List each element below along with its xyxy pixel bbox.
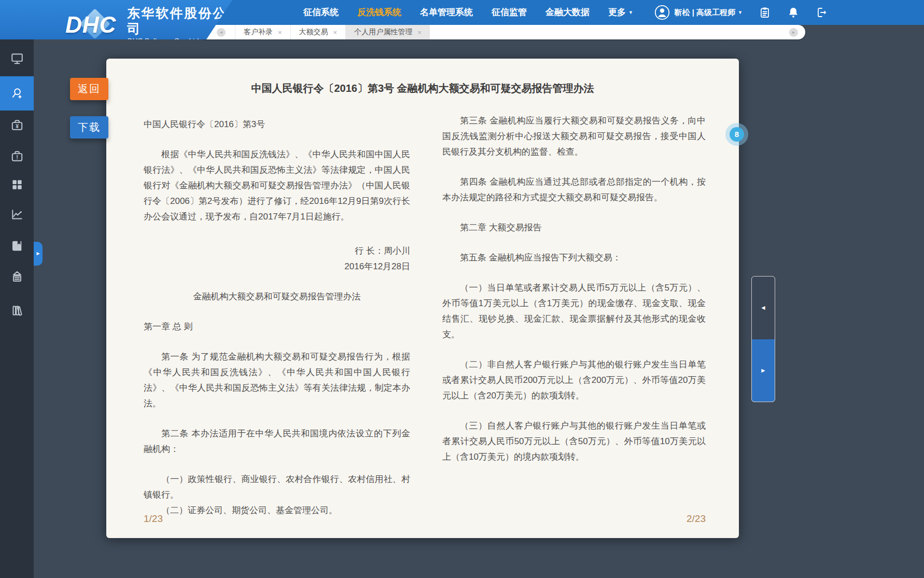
library-icon [10, 304, 24, 317]
sidebar-item-apps[interactable] [0, 172, 34, 198]
article-5-item-2: （二）非自然人客户银行账户与其他的银行账户发生当日单笔或者累计交易人民币200万… [442, 357, 706, 404]
article-3: 第三条 金融机构应当履行大额交易和可疑交易报告义务，向中国反洗钱监测分析中心报送… [442, 113, 706, 160]
document-page-right: 第三条 金融机构应当履行大额交易和可疑交易报告义务，向中国反洗钱监测分析中心报送… [442, 113, 706, 479]
arrow-left-icon: ◄ [760, 304, 766, 311]
close-icon[interactable]: × [278, 29, 282, 36]
chapter-2-heading: 第二章 大额交易报告 [442, 220, 706, 236]
tab-scroll-right-icon[interactable]: ► [789, 28, 798, 37]
arrow-right-icon: ▶ [36, 251, 39, 256]
decree-preamble: 根据《中华人民共和国反洗钱法》、《中华人民共和国中国人民银行法》、《中华人民共和… [144, 147, 410, 225]
decree-sign-date: 2016年12月28日 [144, 259, 410, 274]
back-button[interactable]: 返回 [70, 78, 108, 100]
avatar[interactable] [654, 5, 670, 20]
nav-item-credit-supervision[interactable]: 征信监管 [492, 0, 527, 25]
notification-badge[interactable]: 8 [725, 123, 748, 146]
article-2-item-1: （一）政策性银行、商业银行、农村合作银行、农村信用社、村镇银行。 [144, 472, 410, 503]
monitor-icon [10, 52, 24, 65]
article-5-item-3: （三）自然人客户银行账户与其他的银行账户发生当日单笔或者累计交易人民币50万元以… [442, 418, 706, 465]
primary-nav: 征信系统 反洗钱系统 名单管理系统 征信监管 金融大数据 更多▼ [303, 0, 633, 25]
sidebar-item-certificates[interactable] [0, 264, 34, 290]
arrow-right-icon: ► [760, 367, 766, 374]
page-number-left: 1/23 [144, 513, 163, 525]
sidebar-item-user-search[interactable] [0, 76, 34, 111]
nav-item-credit-system[interactable]: 征信系统 [303, 0, 339, 25]
clipboard-icon[interactable] [759, 6, 771, 19]
article-1: 第一条 为了规范金融机构大额交易和可疑交易报告行为，根据《中华人民共和国反洗钱法… [144, 349, 410, 411]
sidebar-item-cash-cases[interactable]: ¥ [0, 112, 34, 138]
tab-bar: ◄ 客户补录 × 大额交易 × 个人用户属性管理 × ► [202, 25, 805, 39]
user-name-role[interactable]: 靳松 | 高级工程师 [675, 8, 736, 18]
badge-count: 8 [730, 127, 744, 142]
sidebar-expand-handle[interactable]: ▶ [34, 242, 43, 266]
sign-frame-icon [10, 270, 24, 283]
article-4: 第四条 金融机构应当通过其总部或者总部指定的一个机构，按本办法规定的路径和方式提… [442, 174, 706, 205]
chevron-down-icon: ▼ [628, 10, 633, 15]
sidebar-item-library[interactable] [0, 297, 34, 323]
article-2-item-2: （二）证券公司、期货公司、基金管理公司。 [144, 503, 410, 518]
nav-item-more[interactable]: 更多▼ [608, 0, 633, 25]
logout-icon[interactable] [816, 6, 828, 19]
close-icon[interactable]: × [417, 29, 422, 36]
article-5-item-1: （一）当日单笔或者累计交易人民币5万元以上（含5万元）、外币等值1万美元以上（含… [442, 280, 706, 342]
brand-logo: DHC 东华软件股份公司 DHC Software Co., Ltd. [0, 0, 232, 39]
chapter-1-heading: 第一章 总 则 [144, 319, 410, 335]
sidebar-item-reports[interactable] [0, 233, 34, 259]
close-icon[interactable]: × [333, 29, 338, 36]
dhc-logo-icon: DHC [65, 11, 122, 40]
brand-abbr: DHC [65, 12, 116, 38]
svg-text:¥: ¥ [16, 123, 19, 129]
tab-scroll-left-icon[interactable]: ◄ [217, 28, 226, 37]
chevron-down-icon[interactable]: ▼ [738, 10, 743, 15]
left-sidebar: ¥ ! [0, 39, 34, 578]
decree-number: 中国人民银行令〔2016〕第3号 [144, 117, 410, 132]
tab-large-transaction[interactable]: 大额交易 × [290, 25, 346, 39]
grid-icon [10, 178, 24, 191]
user-area: 靳松 | 高级工程师 ▼ [654, 0, 828, 25]
regulation-heading: 金融机构大额交易和可疑交易报告管理办法 [144, 289, 410, 305]
bell-icon[interactable] [787, 6, 800, 19]
sidebar-item-analytics[interactable] [0, 202, 34, 228]
download-button[interactable]: 下载 [70, 116, 108, 139]
tab-customer-supplement[interactable]: 客户补录 × [235, 25, 290, 39]
nav-item-financial-bigdata[interactable]: 金融大数据 [545, 0, 590, 25]
line-chart-icon [10, 208, 24, 222]
next-page-button[interactable]: ► [752, 339, 775, 402]
book-icon [10, 239, 24, 253]
decree-signer: 行 长：周小川 [144, 243, 410, 259]
sidebar-item-dashboard[interactable] [0, 46, 34, 72]
page-number-right: 2/23 [687, 513, 706, 525]
nav-item-aml-system[interactable]: 反洗钱系统 [357, 0, 401, 25]
previous-page-button[interactable]: ◄ [752, 277, 775, 339]
page-navigation: ◄ ► [751, 276, 775, 402]
case-yuan-icon: ¥ [10, 118, 24, 132]
article-2: 第二条 本办法适用于在中华人民共和国境内依法设立的下列金融机构： [144, 426, 410, 457]
sidebar-item-alert-cases[interactable]: ! [0, 143, 34, 169]
nav-item-list-management[interactable]: 名单管理系统 [420, 0, 473, 25]
document-page-left: 中国人民银行令〔2016〕第3号 根据《中华人民共和国反洗钱法》、《中华人民共和… [144, 117, 410, 533]
article-5: 第五条 金融机构应当报告下列大额交易： [442, 250, 706, 266]
case-alert-icon: ! [10, 149, 24, 163]
document-title: 中国人民银行令〔2016〕第3号 金融机构大额交易和可疑交易报告管理办法 [106, 81, 739, 95]
tab-personal-user-attributes[interactable]: 个人用户属性管理 × [345, 25, 430, 39]
document-viewer: 中国人民银行令〔2016〕第3号 金融机构大额交易和可疑交易报告管理办法 中国人… [106, 59, 739, 538]
svg-text:!: ! [16, 154, 18, 160]
user-search-add-icon [10, 87, 24, 100]
